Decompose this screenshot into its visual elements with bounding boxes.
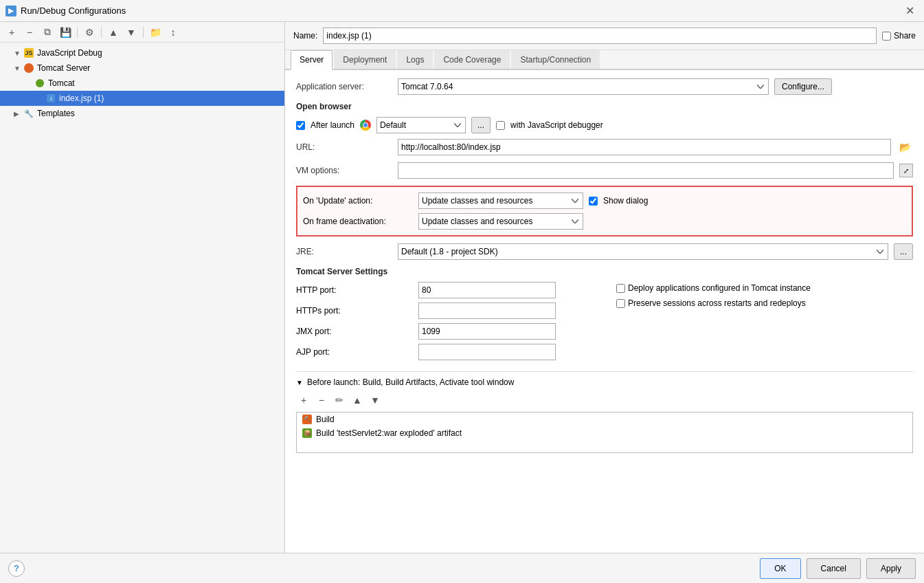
remove-config-button[interactable]: − bbox=[22, 25, 37, 40]
list-item[interactable]: 📦 Build 'testServlet2:war exploded' arti… bbox=[297, 426, 912, 440]
left-panel: + − ⧉ 💾 ⚙ ▲ ▼ 📁 ↕ ▼ JS JavaScript Debug bbox=[0, 22, 285, 553]
on-update-row: On 'Update' action: Update classes and r… bbox=[303, 192, 906, 209]
on-update-select[interactable]: Update classes and resources Update reso… bbox=[418, 192, 583, 209]
ajp-port-input[interactable] bbox=[418, 344, 556, 360]
url-input[interactable] bbox=[398, 139, 891, 155]
on-frame-deactivation-select[interactable]: Update classes and resources Update reso… bbox=[418, 213, 583, 230]
copy-config-button[interactable]: ⧉ bbox=[40, 25, 55, 40]
vm-expand-button[interactable]: ⤢ bbox=[899, 164, 913, 177]
config-tree: ▼ JS JavaScript Debug ▼ Tomcat Server bbox=[0, 43, 284, 553]
tab-deployment[interactable]: Deployment bbox=[334, 50, 396, 69]
http-port-input[interactable] bbox=[418, 282, 556, 298]
build-icon: 🔨 bbox=[302, 415, 312, 424]
tab-server[interactable]: Server bbox=[291, 50, 333, 70]
js-debug-icon: JS bbox=[23, 47, 34, 58]
tomcat-icon bbox=[34, 78, 45, 89]
open-browser-heading: Open browser bbox=[296, 102, 913, 111]
sidebar-item-tomcat-server[interactable]: ▼ Tomcat Server bbox=[0, 60, 284, 76]
configure-button[interactable]: Configure... bbox=[774, 78, 832, 95]
deploy-apps-checkbox[interactable] bbox=[616, 284, 625, 293]
launch-edit-button[interactable]: ✏ bbox=[332, 393, 347, 408]
list-item[interactable]: 🔨 Build bbox=[297, 412, 912, 426]
add-config-button[interactable]: + bbox=[4, 25, 19, 40]
update-actions-section: On 'Update' action: Update classes and r… bbox=[296, 186, 913, 236]
before-launch-label: Before launch: Build, Build Artifacts, A… bbox=[307, 377, 515, 387]
left-toolbar: + − ⧉ 💾 ⚙ ▲ ▼ 📁 ↕ bbox=[0, 22, 284, 43]
jmx-port-input[interactable] bbox=[418, 323, 556, 340]
options-section: Deploy applications configured in Tomcat… bbox=[616, 282, 811, 364]
before-launch-arrow[interactable]: ▼ bbox=[296, 379, 303, 386]
launch-up-button[interactable]: ▲ bbox=[350, 393, 365, 408]
action-buttons: OK Cancel Apply bbox=[760, 558, 916, 579]
tab-startup-connection[interactable]: Startup/Connection bbox=[511, 50, 600, 69]
show-dialog-checkbox[interactable] bbox=[589, 197, 598, 206]
sidebar-item-js-debug[interactable]: ▼ JS JavaScript Debug bbox=[0, 45, 284, 60]
ports-and-checkboxes: HTTP port: HTTPs port: JMX port: AJ bbox=[296, 282, 913, 364]
sidebar-item-index-jsp[interactable]: J index.jsp (1) bbox=[0, 91, 284, 106]
deploy-apps-label: Deploy applications configured in Tomcat… bbox=[628, 283, 811, 293]
sort-config-button[interactable]: ↕ bbox=[166, 25, 181, 40]
help-button[interactable]: ? bbox=[8, 560, 25, 577]
before-launch-section: ▼ Before launch: Build, Build Artifacts,… bbox=[296, 371, 913, 453]
save-config-button[interactable]: 💾 bbox=[58, 25, 73, 40]
down-config-button[interactable]: ▼ bbox=[124, 25, 139, 40]
jre-dots-button[interactable]: ... bbox=[894, 243, 913, 260]
tomcat-settings-section: Tomcat Server Settings HTTP port: HTTPs … bbox=[296, 267, 913, 364]
after-launch-row: After launch Default ... with JavaScript… bbox=[296, 117, 913, 133]
artifact-icon: 📦 bbox=[302, 428, 312, 438]
launch-down-button[interactable]: ▼ bbox=[368, 393, 383, 408]
jre-label: JRE: bbox=[296, 247, 392, 256]
close-button[interactable]: ✕ bbox=[901, 3, 919, 19]
browser-select[interactable]: Default bbox=[376, 117, 466, 133]
name-row: Name: Share bbox=[285, 22, 924, 50]
app-icon: ▶ bbox=[5, 6, 16, 16]
tabs-bar: Server Deployment Logs Code Coverage Sta… bbox=[285, 50, 924, 70]
settings-config-button[interactable]: ⚙ bbox=[82, 25, 97, 40]
js-debugger-checkbox[interactable] bbox=[496, 121, 505, 130]
ok-button[interactable]: OK bbox=[760, 558, 800, 579]
ports-section: HTTP port: HTTPs port: JMX port: AJ bbox=[296, 282, 589, 364]
after-launch-checkbox[interactable] bbox=[296, 121, 305, 130]
before-launch-header: ▼ Before launch: Build, Build Artifacts,… bbox=[296, 377, 913, 387]
toolbar-separator-2 bbox=[101, 27, 102, 38]
tree-arrow-templates: ▶ bbox=[14, 110, 23, 118]
tomcat-settings-heading: Tomcat Server Settings bbox=[296, 267, 913, 276]
sidebar-item-tomcat[interactable]: Tomcat bbox=[0, 76, 284, 91]
tab-code-coverage[interactable]: Code Coverage bbox=[434, 50, 510, 69]
launch-add-button[interactable]: + bbox=[296, 393, 311, 408]
jre-select[interactable]: Default (1.8 - project SDK) bbox=[398, 243, 888, 260]
tree-arrow-tomcat-server: ▼ bbox=[14, 65, 23, 72]
folder-config-button[interactable]: 📁 bbox=[148, 25, 163, 40]
app-server-select[interactable]: Tomcat 7.0.64 bbox=[398, 78, 769, 95]
main-layout: + − ⧉ 💾 ⚙ ▲ ▼ 📁 ↕ ▼ JS JavaScript Debug bbox=[0, 22, 924, 553]
up-config-button[interactable]: ▲ bbox=[106, 25, 121, 40]
vm-options-input[interactable] bbox=[398, 162, 894, 179]
name-input[interactable] bbox=[323, 28, 877, 44]
url-open-button[interactable]: 📂 bbox=[897, 139, 913, 155]
bottom-bar: ? OK Cancel Apply bbox=[0, 553, 924, 583]
title-bar: ▶ Run/Debug Configurations ✕ bbox=[0, 0, 924, 22]
name-label: Name: bbox=[293, 31, 317, 41]
browser-dots-button[interactable]: ... bbox=[471, 117, 491, 133]
sidebar-item-label-templates: Templates bbox=[37, 109, 75, 118]
jre-row: JRE: Default (1.8 - project SDK) ... bbox=[296, 243, 913, 260]
cancel-button[interactable]: Cancel bbox=[807, 558, 861, 579]
tab-logs[interactable]: Logs bbox=[397, 50, 433, 69]
https-port-row: HTTPs port: bbox=[296, 302, 589, 319]
sidebar-item-templates[interactable]: ▶ 🔧 Templates bbox=[0, 106, 284, 121]
apply-button[interactable]: Apply bbox=[866, 558, 916, 579]
sidebar-item-label-tomcat: Tomcat bbox=[48, 78, 75, 88]
share-label: Share bbox=[894, 31, 916, 41]
share-checkbox[interactable] bbox=[882, 32, 891, 41]
templates-icon: 🔧 bbox=[23, 108, 34, 119]
title-bar-left: ▶ Run/Debug Configurations bbox=[5, 6, 126, 16]
http-port-row: HTTP port: bbox=[296, 282, 589, 298]
preserve-sessions-option: Preserve sessions across restarts and re… bbox=[616, 298, 811, 308]
launch-remove-button[interactable]: − bbox=[314, 393, 329, 408]
preserve-sessions-checkbox[interactable] bbox=[616, 299, 625, 308]
ajp-port-label: AJP port: bbox=[296, 347, 413, 357]
https-port-input[interactable] bbox=[418, 302, 556, 319]
chrome-icon bbox=[360, 120, 371, 131]
content-area: Application server: Tomcat 7.0.64 Config… bbox=[285, 70, 924, 553]
artifact-label: Build 'testServlet2:war exploded' artifa… bbox=[316, 428, 462, 438]
